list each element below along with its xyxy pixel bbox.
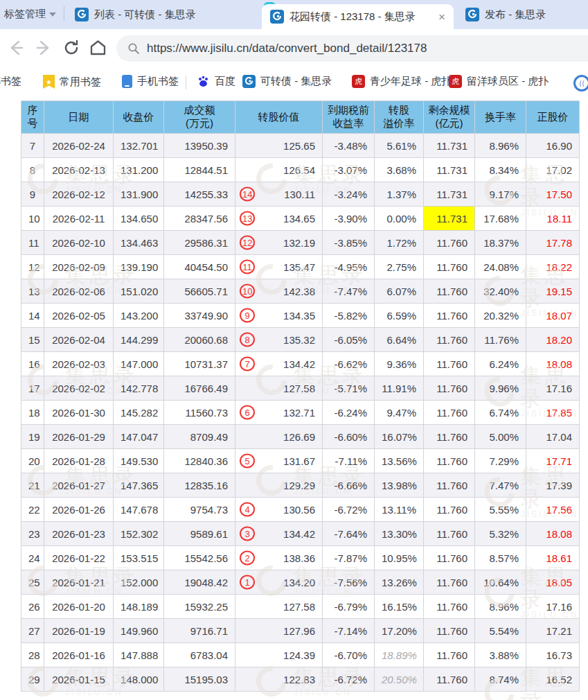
bookmark-hupu-youth[interactable]: 虎 青少年足球 - 虎扑 bbox=[352, 75, 452, 88]
cell-ytm: -6.79% bbox=[323, 595, 375, 619]
redemption-count-badge: 12 bbox=[240, 236, 255, 250]
cell-close-price: 134.650 bbox=[114, 207, 164, 231]
cell-premium-rate: 9.47% bbox=[375, 401, 424, 425]
table-row: 122026-02-09139.19040454.5011135.47-4.95… bbox=[21, 255, 580, 279]
convert-value: 135.32 bbox=[283, 334, 315, 346]
cell-premium-rate: 13.11% bbox=[375, 498, 424, 522]
cell-remaining-size: 11.760 bbox=[424, 449, 475, 473]
cell-amount: 15542.56 bbox=[164, 546, 235, 570]
bookmark-baidu[interactable]: 百度 bbox=[197, 75, 235, 88]
cell-premium-rate: 16.07% bbox=[375, 425, 424, 449]
convert-value: 132.71 bbox=[283, 407, 315, 419]
cell-stock-price: 17.16 bbox=[526, 595, 580, 619]
table-row: 92026-02-12131.90014255.3314130.11-3.24%… bbox=[21, 182, 580, 207]
cell-amount: 40454.50 bbox=[164, 255, 235, 279]
cell-stock-price: 17.04 bbox=[526, 425, 580, 449]
bookmark-overflow[interactable]: ⟨⟨ bbox=[573, 75, 588, 91]
cell-convert-value: 6132.71 bbox=[235, 401, 323, 425]
table-row: 192026-01-29147.0478709.49126.69-6.60%16… bbox=[21, 425, 580, 449]
col-header-premium: 转股 溢价率 bbox=[375, 101, 424, 134]
cell-date: 2026-02-13 bbox=[44, 158, 114, 182]
cell-date: 2026-02-06 bbox=[44, 279, 114, 304]
cell-index: 16 bbox=[21, 352, 44, 376]
cell-convert-value: 125.65 bbox=[235, 134, 323, 158]
cell-stock-price: 16.90 bbox=[526, 134, 580, 158]
cell-premium-rate: 11.91% bbox=[375, 376, 424, 401]
tab-manager-button[interactable]: 标签管理 bbox=[4, 8, 56, 21]
cell-premium-rate: 20.50% bbox=[375, 667, 424, 692]
cell-stock-price: 19.15 bbox=[526, 279, 580, 304]
cell-date: 2026-01-20 bbox=[44, 595, 114, 619]
back-icon[interactable] bbox=[7, 39, 25, 57]
cell-remaining-size: 11.760 bbox=[424, 619, 475, 643]
tab-close-icon[interactable]: × bbox=[438, 11, 445, 23]
phone-icon bbox=[122, 75, 132, 88]
cell-ytm: -3.85% bbox=[323, 231, 375, 255]
tab-bond-list[interactable]: 列表 - 可转债 - 集思录 bbox=[75, 0, 196, 29]
cell-turnover-rate: 10.64% bbox=[475, 570, 526, 595]
bond-history-table: 序 号 日期 收盘价 成交额 (万元) 转股价值 到期税前 收益率 转股 溢价率… bbox=[21, 100, 580, 692]
bookmark-label: 常用书签 bbox=[60, 76, 101, 89]
cell-amount: 9589.61 bbox=[164, 522, 235, 546]
cell-amount: 9716.71 bbox=[164, 619, 235, 643]
forward-icon[interactable] bbox=[35, 39, 53, 57]
tab-title: 发布 - 集思录 bbox=[485, 8, 546, 21]
cell-turnover-rate: 24.08% bbox=[475, 255, 526, 279]
cell-premium-rate: 10.95% bbox=[375, 546, 424, 570]
bookmark-favorites[interactable]: ★ 常用书签 bbox=[43, 75, 101, 89]
cell-ytm: -6.60% bbox=[323, 425, 375, 449]
reload-icon[interactable] bbox=[62, 39, 80, 57]
bookmark-jisilu-cb[interactable]: 可转债 - 集思录 bbox=[242, 75, 332, 88]
col-header-turnover: 换手率 bbox=[475, 101, 526, 134]
home-icon[interactable] bbox=[89, 39, 107, 57]
cell-index: 17 bbox=[21, 376, 44, 401]
cell-amount: 11560.73 bbox=[164, 401, 235, 425]
cell-amount: 9754.73 bbox=[164, 498, 235, 522]
cell-close-price: 148.000 bbox=[114, 667, 164, 692]
url-bar[interactable]: https://www.jisilu.cn/data/convert_bond_… bbox=[116, 35, 588, 62]
browser-toolbar: https://www.jisilu.cn/data/convert_bond_… bbox=[0, 29, 588, 68]
cell-stock-price: 17.85 bbox=[526, 401, 580, 425]
cell-ytm: -3.90% bbox=[323, 207, 375, 231]
cell-date: 2026-02-05 bbox=[44, 304, 114, 328]
cell-convert-value: 11135.47 bbox=[235, 255, 323, 279]
star-icon: ★ bbox=[43, 75, 55, 89]
cell-turnover-rate: 6.24% bbox=[475, 352, 526, 376]
cell-convert-value: 122.83 bbox=[235, 667, 323, 692]
cell-premium-rate: 1.72% bbox=[375, 231, 424, 255]
bond-table-body: 72026-02-24132.70113950.39125.65-3.48%5.… bbox=[21, 134, 580, 692]
cell-convert-value: 9134.35 bbox=[235, 304, 323, 328]
cell-turnover-rate: 9.17% bbox=[475, 182, 526, 207]
cell-convert-value: 10142.38 bbox=[235, 279, 323, 304]
bookmark-mobile[interactable]: 手机书签 bbox=[122, 75, 179, 88]
cell-remaining-size: 11.760 bbox=[424, 595, 475, 619]
tab-publish[interactable]: 发布 - 集思录 bbox=[465, 0, 546, 29]
cell-ytm: -4.95% bbox=[323, 255, 375, 279]
table-row: 222026-01-26147.6789754.734130.56-6.72%1… bbox=[21, 498, 580, 522]
table-row: 72026-02-24132.70113950.39125.65-3.48%5.… bbox=[21, 134, 580, 158]
cell-turnover-rate: 8.74% bbox=[475, 667, 526, 692]
cell-close-price: 147.000 bbox=[114, 352, 164, 376]
cell-date: 2026-02-24 bbox=[44, 134, 114, 158]
cell-premium-rate: 3.68% bbox=[375, 158, 424, 182]
cell-amount: 29586.31 bbox=[164, 231, 235, 255]
cell-index: 24 bbox=[21, 546, 44, 570]
convert-value: 129.29 bbox=[283, 480, 315, 491]
convert-value: 134.42 bbox=[283, 358, 315, 370]
cell-date: 2026-01-26 bbox=[44, 498, 114, 522]
cell-premium-rate: 16.15% bbox=[375, 595, 424, 619]
cell-ytm: -3.07% bbox=[323, 158, 375, 182]
cell-index: 12 bbox=[21, 255, 44, 279]
cell-index: 23 bbox=[21, 522, 44, 546]
cell-close-price: 143.200 bbox=[114, 304, 164, 328]
convert-value: 132.19 bbox=[283, 237, 315, 249]
url-text[interactable]: https://www.jisilu.cn/data/convert_bond_… bbox=[147, 42, 427, 55]
bookmark-all[interactable]: 部书签 bbox=[0, 75, 21, 88]
table-row: 272026-01-19149.9609716.71127.96-7.14%17… bbox=[21, 619, 580, 643]
convert-value: 134.20 bbox=[283, 577, 315, 588]
tab-bond-detail-active[interactable]: 花园转债 - 123178 - 集思录 × bbox=[262, 4, 454, 29]
redemption-count-badge: 5 bbox=[240, 454, 255, 469]
cell-ytm: -6.24% bbox=[323, 401, 375, 425]
tab-title: 列表 - 可转债 - 集思录 bbox=[94, 8, 196, 21]
bookmark-hupu-overseas[interactable]: 虎 留洋球员区 - 虎扑 bbox=[449, 75, 549, 88]
